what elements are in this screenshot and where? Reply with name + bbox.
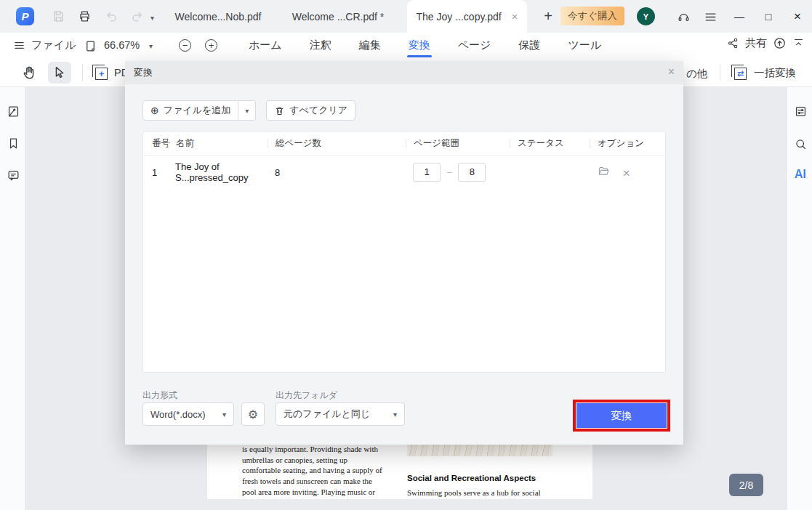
undo-icon[interactable] (104, 9, 118, 23)
thumbnails-panel-icon[interactable] (6, 104, 20, 118)
range-dash: – (447, 166, 452, 177)
output-format-select[interactable]: Word(*.docx) ▾ (142, 402, 234, 426)
share-icon[interactable] (727, 37, 739, 49)
row-file-name: The Joy of S...pressed_copy (175, 161, 275, 183)
tab-convert[interactable]: 変換 (407, 33, 432, 58)
output-folder-select[interactable]: 元のファイルと同じ ▾ (276, 402, 405, 426)
trash-icon (274, 105, 285, 116)
convert-button[interactable]: 変換 (576, 403, 667, 428)
file-menu[interactable]: ファイル (13, 39, 76, 52)
clear-all-button[interactable]: すべてクリア (266, 100, 355, 121)
redo-icon[interactable] (129, 9, 144, 23)
tab-protect[interactable]: 保護 (517, 33, 542, 58)
row-total-pages: 8 (275, 167, 413, 178)
others-button[interactable]: の他 (686, 67, 707, 81)
col-total-pages: 総ページ数 (268, 139, 413, 148)
row-page-range: 1 – 8 (413, 163, 517, 182)
window-minimize-button[interactable]: — (731, 9, 747, 25)
ai-assistant-icon[interactable]: AI (793, 167, 808, 182)
zoom-in-button[interactable]: + (205, 39, 217, 52)
tab-home[interactable]: ホーム (247, 33, 284, 58)
window-close-button[interactable]: × (789, 9, 805, 25)
dialog-header[interactable]: 変換 × (125, 61, 683, 84)
select-tool-button[interactable] (48, 62, 71, 84)
tab-edit[interactable]: 編集 (358, 33, 382, 58)
col-status: ステータス (510, 139, 597, 148)
app-logo-icon: P (16, 7, 34, 25)
plus-circle-icon: ⊕ (150, 105, 159, 116)
format-settings-button[interactable]: ⚙ (241, 402, 265, 426)
buy-now-button[interactable]: 今すぐ購入 (560, 7, 624, 25)
document-text-left-column: is equally important. Providing shade wi… (242, 444, 413, 498)
add-file-button[interactable]: ⊕ ファイルを追加 (142, 100, 238, 121)
bookmarks-panel-icon[interactable] (6, 136, 20, 150)
support-headset-icon[interactable] (676, 9, 691, 24)
cursor-icon (52, 65, 68, 81)
share-label[interactable]: 共有 (745, 36, 767, 50)
open-folder-icon[interactable] (597, 164, 610, 177)
page-indicator-badge: 2/8 (729, 474, 763, 496)
tab-annotate[interactable]: 注釈 (308, 33, 333, 58)
batch-convert-button[interactable]: ⇄ 一括変換 (731, 65, 796, 81)
new-tab-button[interactable]: + (539, 7, 557, 25)
col-name: 名前 (168, 139, 275, 148)
document-heading: Social and Recreational Aspects (407, 474, 536, 482)
tab-the-joy-copy[interactable]: The Joy ...copy.pdf × (407, 0, 527, 33)
page-view-icon[interactable] (83, 39, 97, 53)
title-bar: P ▾ Welcome...Nob.pdf Welcome ...CR.pdf … (0, 0, 812, 33)
output-folder-label: 出力先フォルダ (276, 389, 337, 402)
range-from-input[interactable]: 1 (413, 163, 441, 182)
col-page-range: ページ範囲 (406, 139, 517, 148)
zoom-level-value[interactable]: 66.67% (104, 39, 140, 51)
window-maximize-button[interactable]: □ (760, 9, 776, 25)
tab-page[interactable]: ページ (457, 33, 493, 58)
red-highlight-annotation: 変換 (573, 400, 670, 432)
gear-icon: ⚙ (248, 408, 258, 421)
zoom-caret-icon[interactable]: ▾ (149, 42, 153, 50)
file-list-card: 番号 名前 総ページ数 ページ範囲 ステータス オプション 1 The Joy … (142, 131, 666, 373)
output-format-label: 出力形式 (142, 389, 177, 402)
hamburger-menu-icon[interactable] (703, 9, 717, 24)
tab-tools[interactable]: ツール (566, 33, 603, 58)
search-icon[interactable] (793, 137, 808, 151)
print-icon[interactable] (77, 9, 92, 23)
divider (82, 64, 83, 81)
dialog-close-icon[interactable]: × (668, 65, 675, 78)
user-avatar[interactable]: Y (637, 7, 655, 25)
divider (73, 38, 73, 52)
save-icon[interactable] (51, 9, 65, 23)
left-panel-bar (0, 87, 25, 510)
add-file-caret-button[interactable]: ▾ (238, 100, 256, 121)
file-menu-icon (13, 39, 25, 52)
pdf-create-button[interactable]: + PD (92, 65, 129, 81)
table-row[interactable]: 1 The Joy of S...pressed_copy 8 1 – 8 × (143, 156, 665, 188)
comments-panel-icon[interactable] (6, 168, 20, 182)
hand-icon (21, 65, 37, 81)
properties-panel-icon[interactable] (793, 104, 808, 118)
tab-close-icon[interactable]: × (512, 10, 518, 23)
batch-convert-icon: ⇄ (731, 65, 749, 81)
tab-welcome-cr[interactable]: Welcome ...CR.pdf * (284, 0, 393, 33)
dialog-title: 変換 (134, 66, 153, 79)
col-options: オプション (590, 139, 665, 148)
zoom-out-button[interactable]: − (179, 39, 191, 52)
chevron-down-icon: ▾ (393, 410, 397, 418)
remove-file-icon[interactable]: × (620, 167, 633, 180)
convert-dialog: 変換 × ⊕ ファイルを追加 ▾ すべてクリア 番号 名前 総ページ数 ページ範… (125, 61, 683, 445)
right-panel-bar: AI (787, 87, 812, 510)
row-number: 1 (152, 167, 175, 178)
ribbon-tabs: ホーム 注釈 編集 変換 ページ 保護 ツール (247, 33, 603, 58)
hand-tool-button[interactable] (17, 62, 41, 84)
cloud-upload-icon[interactable] (773, 36, 787, 50)
collapse-toolbar-icon[interactable] (792, 37, 805, 49)
tab-welcome-nob[interactable]: Welcome...Nob.pdf (164, 0, 273, 33)
history-caret-icon[interactable]: ▾ (150, 14, 154, 22)
pdf-create-icon: + (92, 65, 110, 81)
range-to-input[interactable]: 8 (458, 163, 486, 182)
divider (720, 64, 720, 81)
share-group: 共有 (727, 36, 805, 50)
row-options: × (597, 164, 665, 180)
file-table-header: 番号 名前 総ページ数 ページ範囲 ステータス オプション (143, 131, 665, 156)
document-text-right-column: Swimming pools serve as a hub for social (407, 488, 541, 497)
chevron-down-icon: ▾ (222, 410, 226, 418)
